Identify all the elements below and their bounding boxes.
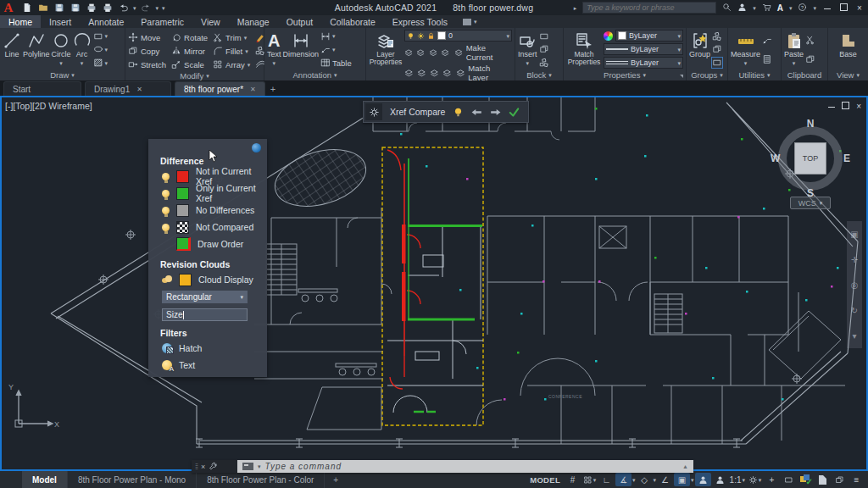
app-minimize-button[interactable]	[822, 3, 832, 13]
clean-screen-button[interactable]	[832, 473, 848, 486]
create-block-icon[interactable]	[539, 31, 549, 42]
panel-label-annotation[interactable]: Annotation▾	[264, 69, 365, 80]
file-tab-8th-floor-power[interactable]: 8th floor power*✕	[175, 81, 265, 96]
polyline-button[interactable]: Polyline	[23, 30, 50, 69]
panel-label-clipboard[interactable]: Clipboard	[782, 69, 827, 80]
circle-button[interactable]: Circle▾	[52, 30, 71, 69]
model-space-button[interactable]: MODEL	[530, 475, 560, 485]
match-properties-button[interactable]: Match Properties	[566, 30, 602, 69]
layer-isolate-icon[interactable]	[416, 47, 426, 58]
panel-label-draw[interactable]: Draw▾	[0, 69, 125, 80]
polar-caret-icon[interactable]: ▾	[632, 477, 636, 483]
layer-unlock-icon[interactable]	[442, 68, 453, 78]
steering-wheel-icon[interactable]: ▣	[850, 230, 858, 239]
osnap-caret-icon[interactable]: ▾	[691, 477, 694, 483]
linetype-select[interactable]: ByLayer▾	[604, 57, 683, 69]
cloud-style-select[interactable]: Rectangular ▾	[162, 291, 248, 303]
insert-block-button[interactable]: Insert▾	[518, 30, 537, 69]
floor-plan-canvas[interactable]: CND PICK UNIT REPAIR UC	[2, 97, 866, 469]
cloud-color-swatch[interactable]	[179, 274, 192, 286]
autodesk-caret-icon[interactable]: ▾	[789, 5, 793, 11]
stretch-button[interactable]: Stretch	[128, 59, 166, 69]
app-close-button[interactable]: ×	[854, 3, 865, 13]
not-compared-swatch[interactable]	[176, 221, 189, 234]
viewcube-west[interactable]: W	[771, 152, 780, 164]
search-input[interactable]	[582, 2, 716, 14]
tab-insert[interactable]: Insert	[41, 15, 80, 28]
color-wheel-icon[interactable]	[604, 31, 613, 41]
tab-manage[interactable]: Manage	[229, 15, 278, 28]
layout-tab-color[interactable]: 8th Floor Power Plan - Color	[197, 471, 325, 488]
save-as-icon[interactable]	[69, 3, 81, 14]
text-filter-icon[interactable]	[162, 360, 172, 370]
draw-order-swatch[interactable]	[176, 237, 191, 251]
visibility-bulb-icon[interactable]	[162, 190, 170, 197]
layer-lock-icon[interactable]	[441, 47, 450, 58]
tab-view[interactable]: View	[192, 15, 229, 28]
mirror-button[interactable]: Mirror	[171, 46, 208, 56]
sign-in-icon[interactable]	[737, 3, 747, 14]
palette-settings-icon[interactable]	[252, 143, 261, 152]
layer-on-icon[interactable]	[404, 68, 415, 78]
navigation-bar[interactable]: ▣ ✛ ◎ ↻ ▾	[847, 221, 862, 348]
isolate-objects-button[interactable]	[781, 473, 797, 486]
viewcube-top-face[interactable]: TOP	[794, 142, 826, 175]
layer-thaw-icon[interactable]	[430, 68, 440, 78]
table-button[interactable]: Table	[320, 58, 352, 68]
block-attributes-icon[interactable]	[539, 58, 549, 68]
object-snap-toggle[interactable]: ▣	[674, 473, 690, 486]
annotation-visibility-toggle[interactable]	[695, 473, 711, 486]
layer-off-icon[interactable]	[404, 47, 414, 58]
move-button[interactable]: Move	[128, 32, 166, 42]
command-line-grip[interactable]: ⁞⁞ ×	[192, 460, 237, 473]
line-button[interactable]: Line	[3, 30, 21, 69]
tab-annotate[interactable]: Annotate	[80, 15, 132, 28]
linear-dimension-button[interactable]: ▾	[320, 31, 352, 42]
revision-cloud-icon[interactable]	[162, 275, 172, 284]
snap-toggle[interactable]: ▾	[581, 473, 598, 486]
close-tab-icon[interactable]: ✕	[136, 86, 142, 93]
no-differences-color-swatch[interactable]	[176, 204, 189, 217]
signin-caret-icon[interactable]: ▾	[753, 5, 756, 11]
edit-block-icon[interactable]	[539, 44, 549, 54]
quick-calc-icon[interactable]	[762, 54, 772, 64]
tab-home[interactable]: Home	[0, 15, 41, 28]
hatch-filter-icon[interactable]	[162, 343, 172, 353]
featured-apps-button[interactable]: ▾	[456, 15, 484, 28]
xref-finish-icon[interactable]	[509, 107, 520, 118]
autodesk-a-icon[interactable]: A	[777, 3, 783, 13]
status-menu-button[interactable]: ≡	[849, 473, 865, 486]
viewcube-north[interactable]: N	[807, 118, 815, 130]
print-icon[interactable]	[101, 3, 114, 14]
customization-button[interactable]: +	[764, 473, 780, 486]
quick-select-icon[interactable]	[762, 35, 772, 45]
hatch-button[interactable]: ▾	[93, 58, 108, 68]
redo-caret-icon[interactable]: ▾	[156, 5, 159, 11]
tab-output[interactable]: Output	[278, 15, 322, 28]
panel-label-utilities[interactable]: Utilities▾	[728, 69, 781, 80]
copy-clip-icon[interactable]	[805, 54, 815, 64]
leader-button[interactable]: ▾	[320, 44, 352, 54]
layer-unisolate-icon[interactable]	[417, 68, 427, 78]
layer-freeze-icon[interactable]	[429, 47, 438, 58]
trim-button[interactable]: Trim▾	[213, 32, 250, 42]
fillet-button[interactable]: Fillet▾	[213, 46, 250, 56]
base-view-button[interactable]: Base	[839, 30, 858, 69]
panel-label-groups[interactable]: Groups▾	[687, 69, 727, 80]
grid-toggle[interactable]: #	[565, 473, 581, 486]
array-button[interactable]: Array▾	[213, 59, 250, 69]
layer-select[interactable]: 0 ▾	[404, 30, 512, 42]
undo-caret-icon[interactable]: ▾	[133, 5, 136, 11]
polar-tracking-toggle[interactable]: ∡	[615, 473, 632, 486]
ortho-toggle[interactable]: ∟	[598, 473, 615, 486]
isometric-drafting-toggle[interactable]: ◇	[637, 473, 653, 486]
search-icon[interactable]	[722, 3, 732, 14]
help-icon[interactable]	[798, 3, 807, 14]
visibility-bulb-icon[interactable]	[162, 224, 170, 231]
match-layer-button[interactable]: Match Layer	[456, 64, 512, 82]
workspace-switching-button[interactable]: ▾	[747, 473, 763, 486]
qat-customize-icon[interactable]: ▾	[162, 5, 165, 11]
drawing-close-button[interactable]: ×	[856, 102, 861, 111]
drawing-restore-button[interactable]	[842, 102, 849, 111]
dimension-button[interactable]: Dimension	[283, 30, 320, 69]
